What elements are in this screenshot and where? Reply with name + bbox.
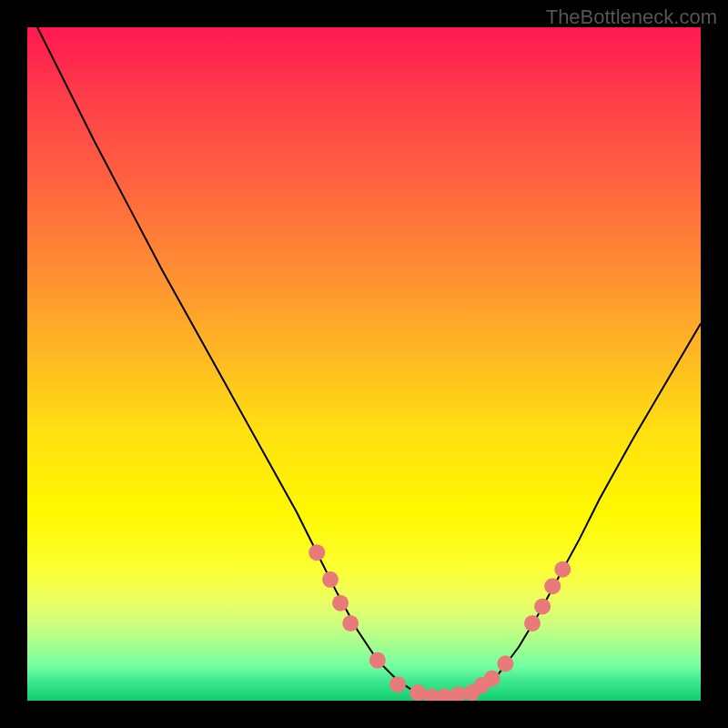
sample-dot	[554, 561, 571, 578]
watermark-text: TheBottleneck.com	[546, 5, 717, 29]
sample-dot	[322, 571, 339, 588]
bottleneck-curve	[37, 27, 701, 699]
sample-dot	[332, 595, 349, 612]
plot-area	[27, 27, 701, 701]
sample-dot	[342, 615, 359, 632]
chart-svg	[27, 27, 701, 701]
sample-dot	[544, 578, 561, 594]
sample-dot	[484, 671, 500, 687]
sample-dot	[389, 676, 406, 693]
sample-dots-group	[308, 544, 571, 701]
sample-dot	[308, 544, 325, 561]
chart-container: TheBottleneck.com	[0, 0, 728, 728]
sample-dot	[534, 598, 551, 614]
sample-dot	[497, 655, 513, 672]
sample-dot	[524, 615, 541, 632]
sample-dot	[369, 652, 386, 669]
